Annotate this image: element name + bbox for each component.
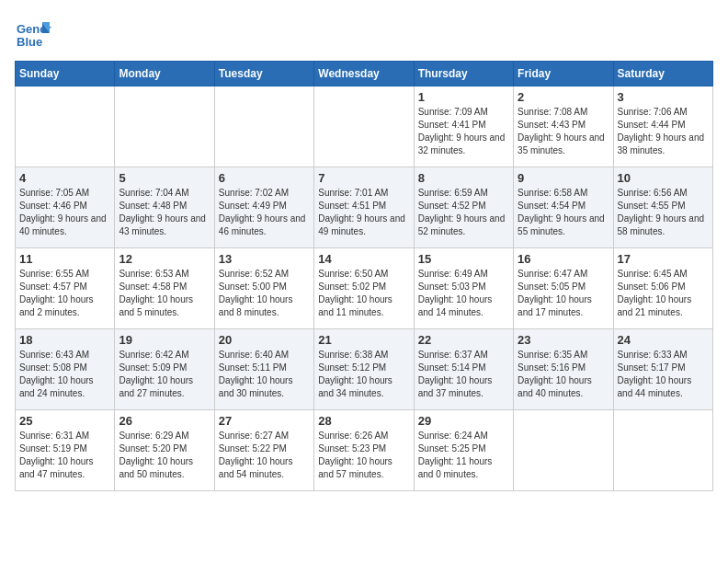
calendar-cell: 14Sunrise: 6:50 AM Sunset: 5:02 PM Dayli…	[314, 248, 414, 329]
day-number: 26	[119, 414, 210, 428]
day-info: Sunrise: 6:53 AM Sunset: 4:58 PM Dayligh…	[119, 268, 210, 319]
calendar-cell	[214, 86, 313, 167]
day-info: Sunrise: 6:56 AM Sunset: 4:55 PM Dayligh…	[618, 187, 709, 238]
day-info: Sunrise: 7:05 AM Sunset: 4:46 PM Dayligh…	[19, 187, 110, 238]
day-info: Sunrise: 6:50 AM Sunset: 5:02 PM Dayligh…	[318, 268, 409, 319]
day-info: Sunrise: 7:06 AM Sunset: 4:44 PM Dayligh…	[618, 106, 709, 157]
dow-header-monday: Monday	[115, 62, 214, 86]
dow-header-tuesday: Tuesday	[214, 62, 313, 86]
day-info: Sunrise: 6:27 AM Sunset: 5:22 PM Dayligh…	[219, 430, 310, 481]
svg-text:Blue: Blue	[17, 35, 42, 49]
day-number: 12	[119, 252, 210, 266]
calendar-cell: 3Sunrise: 7:06 AM Sunset: 4:44 PM Daylig…	[613, 86, 712, 167]
day-number: 27	[219, 414, 310, 428]
day-number: 6	[219, 171, 310, 185]
day-info: Sunrise: 6:43 AM Sunset: 5:08 PM Dayligh…	[19, 349, 110, 400]
day-number: 10	[618, 171, 709, 185]
day-info: Sunrise: 6:24 AM Sunset: 5:25 PM Dayligh…	[418, 430, 509, 481]
dow-header-saturday: Saturday	[613, 62, 712, 86]
day-info: Sunrise: 6:26 AM Sunset: 5:23 PM Dayligh…	[318, 430, 409, 481]
day-info: Sunrise: 7:08 AM Sunset: 4:43 PM Dayligh…	[518, 106, 609, 157]
day-number: 1	[418, 90, 509, 104]
day-number: 18	[19, 333, 110, 347]
day-number: 8	[418, 171, 509, 185]
day-number: 23	[518, 333, 609, 347]
day-number: 20	[219, 333, 310, 347]
day-info: Sunrise: 6:59 AM Sunset: 4:52 PM Dayligh…	[418, 187, 509, 238]
calendar-cell: 4Sunrise: 7:05 AM Sunset: 4:46 PM Daylig…	[16, 167, 115, 248]
day-number: 14	[318, 252, 409, 266]
day-info: Sunrise: 7:04 AM Sunset: 4:48 PM Dayligh…	[119, 187, 210, 238]
calendar-cell: 5Sunrise: 7:04 AM Sunset: 4:48 PM Daylig…	[115, 167, 214, 248]
day-number: 29	[418, 414, 509, 428]
dow-header-wednesday: Wednesday	[314, 62, 414, 86]
day-number: 9	[518, 171, 609, 185]
day-info: Sunrise: 7:01 AM Sunset: 4:51 PM Dayligh…	[318, 187, 409, 238]
day-info: Sunrise: 6:42 AM Sunset: 5:09 PM Dayligh…	[119, 349, 210, 400]
day-info: Sunrise: 6:37 AM Sunset: 5:14 PM Dayligh…	[418, 349, 509, 400]
calendar-cell	[613, 410, 712, 491]
day-number: 15	[418, 252, 509, 266]
day-number: 21	[318, 333, 409, 347]
dow-header-sunday: Sunday	[16, 62, 115, 86]
day-info: Sunrise: 6:29 AM Sunset: 5:20 PM Dayligh…	[119, 430, 210, 481]
day-info: Sunrise: 6:47 AM Sunset: 5:05 PM Dayligh…	[518, 268, 609, 319]
day-number: 13	[219, 252, 310, 266]
day-number: 19	[119, 333, 210, 347]
dow-header-thursday: Thursday	[414, 62, 513, 86]
calendar-cell: 19Sunrise: 6:42 AM Sunset: 5:09 PM Dayli…	[115, 329, 214, 410]
day-info: Sunrise: 6:35 AM Sunset: 5:16 PM Dayligh…	[518, 349, 609, 400]
calendar-cell: 17Sunrise: 6:45 AM Sunset: 5:06 PM Dayli…	[613, 248, 712, 329]
calendar-cell: 6Sunrise: 7:02 AM Sunset: 4:49 PM Daylig…	[214, 167, 313, 248]
calendar-cell: 2Sunrise: 7:08 AM Sunset: 4:43 PM Daylig…	[514, 86, 613, 167]
calendar-cell: 21Sunrise: 6:38 AM Sunset: 5:12 PM Dayli…	[314, 329, 414, 410]
day-number: 25	[19, 414, 110, 428]
calendar-cell: 22Sunrise: 6:37 AM Sunset: 5:14 PM Dayli…	[414, 329, 513, 410]
day-info: Sunrise: 6:33 AM Sunset: 5:17 PM Dayligh…	[618, 349, 709, 400]
day-info: Sunrise: 7:02 AM Sunset: 4:49 PM Dayligh…	[219, 187, 310, 238]
calendar-table: SundayMondayTuesdayWednesdayThursdayFrid…	[15, 61, 713, 491]
day-info: Sunrise: 6:38 AM Sunset: 5:12 PM Dayligh…	[318, 349, 409, 400]
day-info: Sunrise: 6:49 AM Sunset: 5:03 PM Dayligh…	[418, 268, 509, 319]
header: General Blue	[15, 15, 713, 52]
calendar-cell: 11Sunrise: 6:55 AM Sunset: 4:57 PM Dayli…	[16, 248, 115, 329]
calendar-cell: 26Sunrise: 6:29 AM Sunset: 5:20 PM Dayli…	[115, 410, 214, 491]
day-number: 17	[618, 252, 709, 266]
calendar-cell: 29Sunrise: 6:24 AM Sunset: 5:25 PM Dayli…	[414, 410, 513, 491]
calendar-cell: 7Sunrise: 7:01 AM Sunset: 4:51 PM Daylig…	[314, 167, 414, 248]
day-info: Sunrise: 6:40 AM Sunset: 5:11 PM Dayligh…	[219, 349, 310, 400]
calendar-cell	[16, 86, 115, 167]
calendar-cell	[314, 86, 414, 167]
calendar-cell: 28Sunrise: 6:26 AM Sunset: 5:23 PM Dayli…	[314, 410, 414, 491]
day-number: 11	[19, 252, 110, 266]
calendar-cell: 10Sunrise: 6:56 AM Sunset: 4:55 PM Dayli…	[613, 167, 712, 248]
day-number: 3	[618, 90, 709, 104]
day-info: Sunrise: 6:58 AM Sunset: 4:54 PM Dayligh…	[518, 187, 609, 238]
calendar-cell: 8Sunrise: 6:59 AM Sunset: 4:52 PM Daylig…	[414, 167, 513, 248]
day-number: 2	[518, 90, 609, 104]
dow-header-friday: Friday	[514, 62, 613, 86]
calendar-cell: 16Sunrise: 6:47 AM Sunset: 5:05 PM Dayli…	[514, 248, 613, 329]
calendar-cell: 24Sunrise: 6:33 AM Sunset: 5:17 PM Dayli…	[613, 329, 712, 410]
calendar-cell: 23Sunrise: 6:35 AM Sunset: 5:16 PM Dayli…	[514, 329, 613, 410]
day-info: Sunrise: 6:45 AM Sunset: 5:06 PM Dayligh…	[618, 268, 709, 319]
calendar-cell: 20Sunrise: 6:40 AM Sunset: 5:11 PM Dayli…	[214, 329, 313, 410]
day-number: 24	[618, 333, 709, 347]
calendar-cell	[514, 410, 613, 491]
calendar-cell: 12Sunrise: 6:53 AM Sunset: 4:58 PM Dayli…	[115, 248, 214, 329]
day-info: Sunrise: 6:31 AM Sunset: 5:19 PM Dayligh…	[19, 430, 110, 481]
day-number: 16	[518, 252, 609, 266]
day-info: Sunrise: 6:52 AM Sunset: 5:00 PM Dayligh…	[219, 268, 310, 319]
day-info: Sunrise: 6:55 AM Sunset: 4:57 PM Dayligh…	[19, 268, 110, 319]
day-number: 4	[19, 171, 110, 185]
logo-icon: General Blue	[15, 15, 51, 52]
day-info: Sunrise: 7:09 AM Sunset: 4:41 PM Dayligh…	[418, 106, 509, 157]
calendar-cell: 9Sunrise: 6:58 AM Sunset: 4:54 PM Daylig…	[514, 167, 613, 248]
day-number: 28	[318, 414, 409, 428]
day-number: 5	[119, 171, 210, 185]
calendar-cell: 27Sunrise: 6:27 AM Sunset: 5:22 PM Dayli…	[214, 410, 313, 491]
logo: General Blue	[15, 15, 55, 52]
calendar-cell: 13Sunrise: 6:52 AM Sunset: 5:00 PM Dayli…	[214, 248, 313, 329]
calendar-cell: 1Sunrise: 7:09 AM Sunset: 4:41 PM Daylig…	[414, 86, 513, 167]
calendar-cell: 15Sunrise: 6:49 AM Sunset: 5:03 PM Dayli…	[414, 248, 513, 329]
